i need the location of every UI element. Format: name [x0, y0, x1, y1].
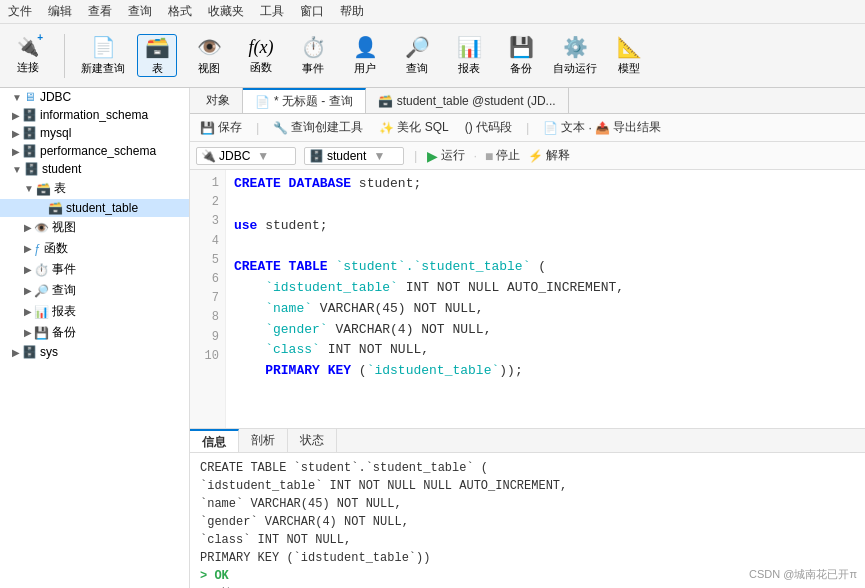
sidebar-item-performance_schema[interactable]: ▶🗄️performance_schema — [0, 142, 189, 160]
info-line: `idstudent_table` INT NOT NULL NULL AUTO… — [200, 477, 855, 495]
toolbar-item-事件[interactable]: ⏱️事件 — [293, 35, 333, 76]
toolbar-item-自动运行[interactable]: ⚙️自动运行 — [553, 35, 597, 76]
connection-select[interactable]: 🔌 JDBC ▼ — [196, 147, 296, 165]
toolbar-item-视图[interactable]: 👁️视图 — [189, 35, 229, 76]
toolbar-item-表[interactable]: 🗃️表 — [137, 34, 177, 77]
save-button[interactable]: 💾 保存 — [196, 117, 246, 138]
sidebar-item-报表[interactable]: ▶📊报表 — [0, 301, 189, 322]
code-line — [234, 236, 857, 257]
code-token: `gender` — [265, 322, 327, 337]
toolbar-item-备份[interactable]: 💾备份 — [501, 35, 541, 76]
info-panel: 信息剖析状态 CREATE TABLE `student`.`student_t… — [190, 428, 865, 588]
action-bar: 💾 保存 | 🔧 查询创建工具 ✨ 美化 SQL () 代码段 | 📄 文本 ·… — [190, 114, 865, 142]
tab-* 无标题 - 查询[interactable]: 📄* 无标题 - 查询 — [243, 88, 366, 113]
line-number: 6 — [196, 270, 219, 289]
sidebar-item-视图[interactable]: ▶👁️视图 — [0, 217, 189, 238]
explain-button[interactable]: ⚡ 解释 — [528, 147, 570, 164]
tab-icon: 🗃️ — [378, 94, 393, 108]
model-icon: 📐 — [617, 35, 642, 59]
toolbar-label: 查询 — [406, 61, 428, 76]
sidebar-label: 查询 — [52, 282, 76, 299]
table-icon: 🗃️ — [145, 35, 170, 59]
toolbar: 🔌+连接📄新建查询🗃️表👁️视图f(x)函数⏱️事件👤用户🔎查询📊报表💾备份⚙️… — [0, 24, 865, 88]
code-editor[interactable]: 12345678910CREATE DATABASE student; use … — [190, 170, 865, 428]
code-token: student — [265, 218, 320, 233]
toolbar-item-报表[interactable]: 📊报表 — [449, 35, 489, 76]
code-line: `name` VARCHAR(45) NOT NULL, — [234, 299, 857, 320]
toolbar-label: 模型 — [618, 61, 640, 76]
code-line: CREATE TABLE `student`.`student_table` ( — [234, 257, 857, 278]
tab-对象[interactable]: 对象 — [190, 88, 243, 113]
sidebar-icon: 📊 — [34, 305, 49, 319]
menu-item[interactable]: 帮助 — [340, 3, 364, 20]
beautify-button[interactable]: ✨ 美化 SQL — [375, 117, 452, 138]
sidebar-label: information_schema — [40, 108, 148, 122]
sidebar-item-事件[interactable]: ▶⏱️事件 — [0, 259, 189, 280]
sidebar-item-mysql[interactable]: ▶🗄️mysql — [0, 124, 189, 142]
stop-button[interactable]: ■ 停止 — [485, 147, 520, 164]
toolbar-item-新建查询[interactable]: 📄新建查询 — [81, 35, 125, 76]
query-builder-button[interactable]: 🔧 查询创建工具 — [269, 117, 367, 138]
info-tab-状态[interactable]: 状态 — [288, 429, 337, 452]
info-line: `class` INT NOT NULL, — [200, 531, 855, 549]
action-sep-1: | — [256, 120, 259, 135]
sidebar-icon: 🗃️ — [36, 182, 51, 196]
line-number: 2 — [196, 193, 219, 212]
run-button[interactable]: ▶ 运行 — [427, 147, 465, 164]
menu-item[interactable]: 收藏夹 — [208, 3, 244, 20]
menu-item[interactable]: 编辑 — [48, 3, 72, 20]
text-export-button[interactable]: 📄 文本 · 📤 导出结果 — [539, 117, 664, 138]
menu-item[interactable]: 工具 — [260, 3, 284, 20]
toolbar-item-函数[interactable]: f(x)函数 — [241, 37, 281, 75]
sidebar-item-表[interactable]: ▼🗃️表 — [0, 178, 189, 199]
code-content[interactable]: CREATE DATABASE student; use student; CR… — [226, 170, 865, 428]
menu-item[interactable]: 查看 — [88, 3, 112, 20]
menu-item[interactable]: 查询 — [128, 3, 152, 20]
info-tab-bar: 信息剖析状态 — [190, 429, 865, 453]
content-area: 对象📄* 无标题 - 查询🗃️student_table @student (J… — [190, 88, 865, 588]
sidebar-item-student_table[interactable]: 🗃️student_table — [0, 199, 189, 217]
code-token: `idstudent_table` — [265, 280, 398, 295]
toolbar-item-用户[interactable]: 👤用户 — [345, 35, 385, 76]
toolbar-item-模型[interactable]: 📐模型 — [609, 35, 649, 76]
caret-icon: ▼ — [12, 164, 22, 175]
menu-item[interactable]: 窗口 — [300, 3, 324, 20]
code-token: VARCHAR(4) NOT NULL, — [328, 322, 492, 337]
query-toolbar: 🔌 JDBC ▼ 🗄️ student ▼ | ▶ 运行 · ■ 停止 ⚡ 解释 — [190, 142, 865, 170]
info-tab-信息[interactable]: 信息 — [190, 429, 239, 452]
code-line: PRIMARY KEY (`idstudent_table`)); — [234, 361, 857, 382]
sidebar-item-information_schema[interactable]: ▶🗄️information_schema — [0, 106, 189, 124]
code-line: `class` INT NOT NULL, — [234, 340, 857, 361]
sidebar-item-备份[interactable]: ▶💾备份 — [0, 322, 189, 343]
code-token — [234, 322, 265, 337]
sidebar-icon: 💾 — [34, 326, 49, 340]
toolbar-label: 连接 — [17, 60, 39, 75]
toolbar-item-查询[interactable]: 🔎查询 — [397, 35, 437, 76]
sidebar-item-查询[interactable]: ▶🔎查询 — [0, 280, 189, 301]
tab-label: student_table @student (JD... — [397, 94, 556, 108]
tab-label: * 无标题 - 查询 — [274, 93, 353, 110]
database-select[interactable]: 🗄️ student ▼ — [304, 147, 404, 165]
info-tab-剖析[interactable]: 剖析 — [239, 429, 288, 452]
caret-icon: ▶ — [24, 264, 32, 275]
sidebar-item-函数[interactable]: ▶ƒ函数 — [0, 238, 189, 259]
sidebar-icon: ⏱️ — [34, 263, 49, 277]
sidebar-root-jdbc[interactable]: ▼🖥JDBC — [0, 88, 189, 106]
sidebar-item-sys[interactable]: ▶🗄️sys — [0, 343, 189, 361]
caret-icon: ▶ — [24, 327, 32, 338]
code-snippet-button[interactable]: () 代码段 — [461, 117, 516, 138]
toolbar-item-connect[interactable]: 🔌+连接 — [8, 36, 48, 75]
menu-item[interactable]: 文件 — [8, 3, 32, 20]
tab-student_table @student (JD...[interactable]: 🗃️student_table @student (JD... — [366, 88, 569, 113]
menu-item[interactable]: 格式 — [168, 3, 192, 20]
code-token — [234, 301, 265, 316]
line-number: 5 — [196, 251, 219, 270]
sidebar-item-student[interactable]: ▼🗄️student — [0, 160, 189, 178]
autorun-icon: ⚙️ — [563, 35, 588, 59]
code-token: INT NOT NULL AUTO_INCREMENT, — [398, 280, 624, 295]
code-token: ; — [320, 218, 328, 233]
sidebar-label: mysql — [40, 126, 71, 140]
code-token: `class` — [265, 342, 320, 357]
toolbar-label: 函数 — [250, 60, 272, 75]
code-token — [234, 342, 265, 357]
